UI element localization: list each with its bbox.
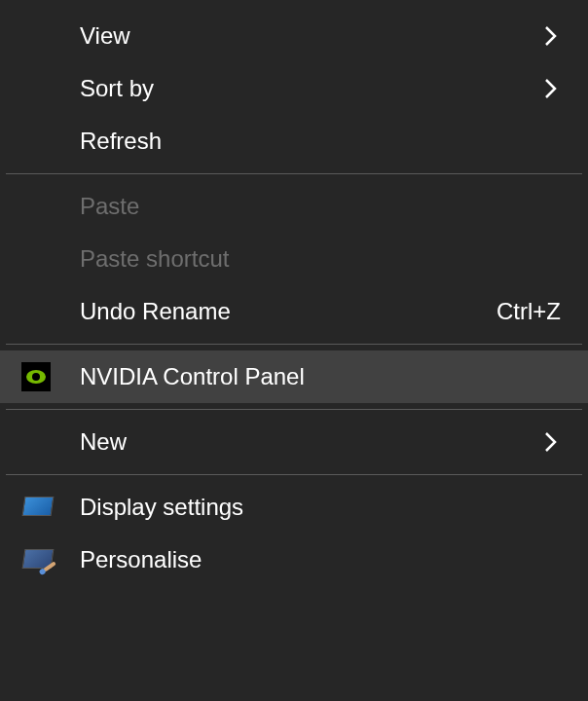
menu-item-label: Display settings	[60, 494, 561, 521]
menu-item-refresh[interactable]: Refresh	[0, 115, 588, 167]
chevron-right-icon	[541, 78, 561, 99]
menu-separator	[6, 474, 582, 475]
menu-item-label: Personalise	[60, 546, 561, 573]
menu-item-sort-by[interactable]: Sort by	[0, 62, 588, 115]
menu-item-personalise[interactable]: Personalise	[0, 534, 588, 586]
menu-item-view[interactable]: View	[0, 10, 588, 62]
menu-item-shortcut: Ctrl+Z	[496, 298, 561, 325]
personalise-icon	[21, 547, 60, 572]
menu-item-label: Undo Rename	[60, 298, 496, 325]
menu-separator	[6, 409, 582, 410]
menu-item-paste: Paste	[0, 180, 588, 233]
chevron-right-icon	[541, 25, 561, 47]
menu-item-label: Refresh	[60, 128, 561, 155]
menu-separator	[6, 344, 582, 345]
display-settings-icon	[21, 495, 60, 520]
menu-item-label: NVIDIA Control Panel	[60, 363, 561, 390]
menu-item-label: Paste shortcut	[60, 245, 561, 273]
nvidia-icon	[21, 362, 60, 391]
menu-item-label: View	[60, 22, 541, 50]
menu-item-label: Paste	[60, 193, 561, 220]
menu-item-new[interactable]: New	[0, 416, 588, 468]
chevron-right-icon	[541, 431, 561, 453]
menu-item-label: Sort by	[60, 75, 541, 102]
menu-separator	[6, 173, 582, 174]
menu-item-undo-rename[interactable]: Undo Rename Ctrl+Z	[0, 285, 588, 338]
menu-item-paste-shortcut: Paste shortcut	[0, 233, 588, 285]
menu-item-display-settings[interactable]: Display settings	[0, 481, 588, 534]
desktop-context-menu: View Sort by Refresh Paste Paste shortcu…	[0, 0, 588, 701]
menu-item-nvidia-control-panel[interactable]: NVIDIA Control Panel	[0, 350, 588, 403]
menu-item-label: New	[60, 428, 541, 456]
